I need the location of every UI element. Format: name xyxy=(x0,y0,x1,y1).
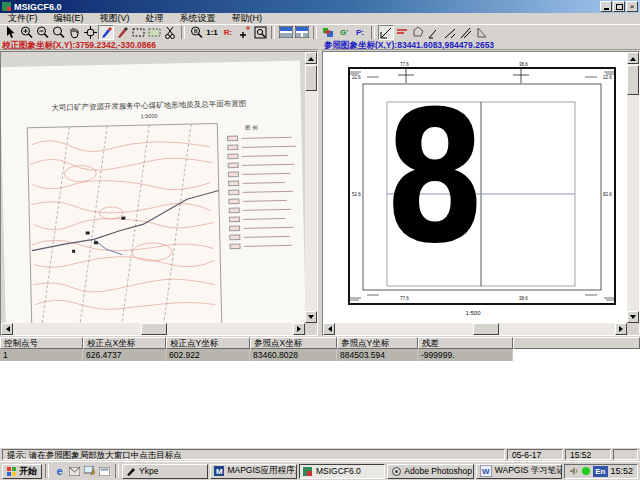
scroll-up-button[interactable] xyxy=(627,52,639,64)
add-point-icon[interactable] xyxy=(236,25,252,40)
zoom-restore-icon[interactable] xyxy=(188,25,204,40)
outlook-icon[interactable] xyxy=(67,464,82,479)
scroll-down-button[interactable] xyxy=(305,311,317,323)
scroll-up-button[interactable] xyxy=(305,52,317,64)
task-photoshop[interactable]: Adobe Photoshop xyxy=(387,464,473,479)
svg-text:38.6: 38.6 xyxy=(519,296,528,301)
split-vertical-panel-icon[interactable] xyxy=(294,25,310,40)
menu-file[interactable]: 文件(F) xyxy=(0,13,46,24)
right-arrow-icon xyxy=(619,326,626,332)
sheet-scale-label: 1:500 xyxy=(465,310,481,316)
crosshair-icon[interactable] xyxy=(82,25,98,40)
triangle-tool-icon[interactable] xyxy=(474,25,490,40)
col-header-correct-x[interactable]: 校正点X坐标 xyxy=(83,337,166,349)
col-header-residual[interactable]: 残差 xyxy=(418,337,513,349)
status-bar: 提示: 请在参照图象局部放大窗口中点击目标点 05-6-17 15:52 xyxy=(0,447,640,461)
col-header-correct-y[interactable]: 校正点Y坐标 xyxy=(166,337,250,349)
task-msigcf[interactable]: MSIGCF6.0 xyxy=(299,464,385,479)
language-indicator[interactable]: En xyxy=(593,466,607,477)
scroll-right-button[interactable] xyxy=(615,323,627,335)
double-diagonal-tool-icon[interactable] xyxy=(458,25,474,40)
left-vertical-scrollbar[interactable] xyxy=(305,52,317,323)
split-horizontal-panel-icon[interactable] xyxy=(278,25,294,40)
volume-icon[interactable] xyxy=(569,466,579,476)
close-button[interactable]: × xyxy=(626,1,638,12)
horizontal-scroll-thumb[interactable] xyxy=(473,323,499,335)
start-button[interactable]: 开始 xyxy=(2,464,42,479)
select-rect-icon[interactable] xyxy=(130,25,146,40)
select-region-icon[interactable] xyxy=(146,25,162,40)
pan-hand-icon[interactable] xyxy=(66,25,82,40)
task-ykpe[interactable]: Ykpe xyxy=(122,464,208,479)
right-horizontal-scrollbar[interactable] xyxy=(323,323,627,335)
task-word-notes[interactable]: W WAPGIS 学习笔记 -... xyxy=(476,464,562,479)
cell-reference-y[interactable]: 884503.594 xyxy=(337,349,418,361)
minimize-button[interactable] xyxy=(600,1,612,12)
menu-system-settings[interactable]: 系统设置 xyxy=(172,13,224,24)
cell-reference-x[interactable]: 83460.8028 xyxy=(250,349,337,361)
menu-edit[interactable]: 编辑(E) xyxy=(46,13,92,24)
tray-clock[interactable]: 15:52 xyxy=(611,466,634,476)
menu-view[interactable]: 视图(V) xyxy=(92,13,138,24)
diagonal-line-tool-icon[interactable] xyxy=(378,25,394,40)
one-to-one-icon[interactable]: 1:1 xyxy=(204,25,220,40)
left-horizontal-scrollbar[interactable] xyxy=(1,323,305,335)
channels-icon[interactable] xyxy=(97,464,112,479)
horizontal-scroll-thumb[interactable] xyxy=(141,323,167,335)
correct-image-coordinate-readout: 校正图象坐标(X,Y):3759.2342,-330.0866 xyxy=(0,40,318,50)
table-row[interactable]: 1 626.4737 602.922 83460.8028 884503.594… xyxy=(0,349,640,361)
cut-scissors-icon[interactable] xyxy=(162,25,178,40)
cell-point-id[interactable]: 1 xyxy=(0,349,83,361)
sheet-number-digit: 8 xyxy=(384,71,485,283)
add-control-point-pen-icon[interactable] xyxy=(98,25,114,40)
title-bar: MSIGCF6.0 × xyxy=(0,0,640,13)
reference-map-sheet: 8 77.6 38.6 77.6 38.6 22.6 52.6 22.6 82.… xyxy=(323,52,627,323)
g-correction-icon[interactable]: G' xyxy=(336,25,352,40)
cell-correct-y[interactable]: 602.922 xyxy=(166,349,250,361)
svg-text:82.6: 82.6 xyxy=(603,192,612,197)
scroll-left-button[interactable] xyxy=(323,323,335,335)
zoom-out-icon[interactable] xyxy=(34,25,50,40)
col-header-reference-y[interactable]: 参照点Y坐标 xyxy=(337,337,418,349)
pen-app-icon xyxy=(126,466,136,476)
taskbar-separator xyxy=(45,464,49,478)
toolbar-separator xyxy=(371,26,375,39)
cell-correct-x[interactable]: 626.4737 xyxy=(83,349,166,361)
zoom-window-icon[interactable] xyxy=(252,25,268,40)
corner-line-tool-icon[interactable] xyxy=(426,25,442,40)
mapgis-menu-icon: M xyxy=(214,466,224,476)
status-dot-icon[interactable] xyxy=(582,467,590,475)
polygon-tool-icon[interactable] xyxy=(410,25,426,40)
scroll-down-button[interactable] xyxy=(627,311,639,323)
reference-image-canvas[interactable]: 8 77.6 38.6 77.6 38.6 22.6 52.6 22.6 82.… xyxy=(323,52,627,323)
control-point-table: 控制点号 校正点X坐标 校正点Y坐标 参照点X坐标 参照点Y坐标 残差 1 62… xyxy=(0,337,640,447)
edit-control-point-pen-icon[interactable] xyxy=(114,25,130,40)
left-arrow-icon xyxy=(325,326,332,332)
col-header-reference-x[interactable]: 参照点X坐标 xyxy=(250,337,337,349)
p-correction-icon[interactable]: P: xyxy=(352,25,368,40)
menu-help[interactable]: 帮助(H) xyxy=(224,13,271,24)
magnifier-icon[interactable] xyxy=(50,25,66,40)
color-table-icon[interactable] xyxy=(320,25,336,40)
show-desktop-icon[interactable] xyxy=(82,464,97,479)
menu-process[interactable]: 处理 xyxy=(138,13,172,24)
zoom-in-icon[interactable] xyxy=(18,25,34,40)
task-mapgis-main-menu[interactable]: M MAPGIS应用程序主菜单 xyxy=(210,464,296,479)
select-arrow-icon[interactable] xyxy=(2,25,18,40)
rgb-display-icon[interactable]: R: xyxy=(220,25,236,40)
internet-explorer-icon[interactable]: e xyxy=(52,464,67,479)
slope-line-tool-icon[interactable] xyxy=(442,25,458,40)
vertical-scroll-thumb[interactable] xyxy=(305,65,317,91)
correct-image-canvas[interactable]: 大司口矿产资源开发服务中心煤矿地形地质及总平面布置图 1:5000 xyxy=(1,52,305,323)
vertical-scroll-thumb[interactable] xyxy=(627,65,639,95)
up-arrow-icon xyxy=(630,54,636,61)
right-vertical-scrollbar[interactable] xyxy=(627,52,639,323)
svg-text:38.6: 38.6 xyxy=(519,62,528,67)
cell-residual[interactable]: -999999. xyxy=(418,349,513,361)
restore-button[interactable] xyxy=(613,1,625,12)
col-header-point-id[interactable]: 控制点号 xyxy=(0,337,83,349)
scroll-right-button[interactable] xyxy=(293,323,305,335)
scroll-left-button[interactable] xyxy=(1,323,13,335)
red-levels-tool-icon[interactable] xyxy=(394,25,410,40)
svg-text:77.6: 77.6 xyxy=(400,62,409,67)
